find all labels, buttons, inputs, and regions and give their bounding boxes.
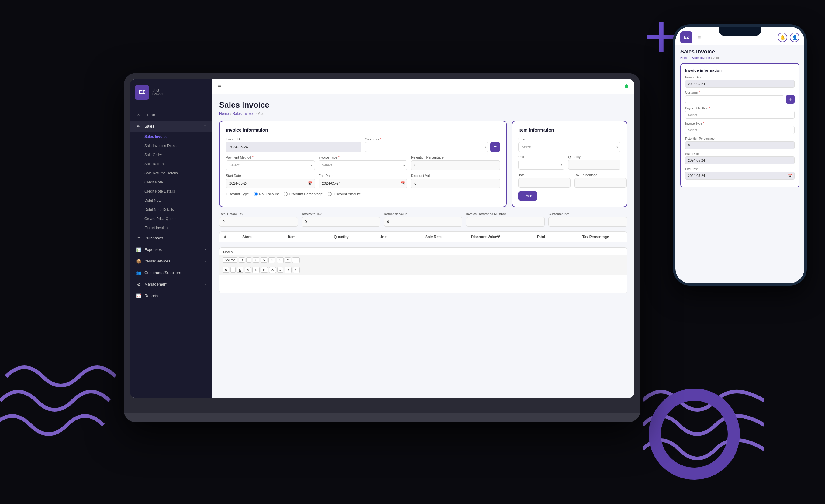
sidebar-item-purchases[interactable]: ≡ Purchases › [130,232,212,244]
phone-start-date-field: Start Date [685,152,795,164]
discount-percentage-option[interactable]: Discount Percentage [284,192,322,196]
quantity-input[interactable] [568,160,620,170]
editor-toolbar-2: B I U S x₂ x² ✕ ≡ ⇥ ⇤ [219,265,627,275]
sidebar-item-sale-order[interactable]: Sale Order [130,150,212,160]
phone-invoice-date-input[interactable] [685,80,795,88]
expenses-arrow-icon: › [205,248,206,251]
phone-invoice-date-label: Invoice Date [685,76,795,79]
sidebar-item-customers-suppliers[interactable]: 👥 Customers/Suppliers › [130,267,212,278]
total-before-tax-label: Total Before Tax [219,212,298,216]
phone-hamburger-icon[interactable]: ≡ [698,34,701,40]
tax-percentage-input[interactable] [574,178,626,188]
editor-btn-italic[interactable]: I [230,267,236,272]
editor-btn-indent[interactable]: ⇥ [285,267,292,273]
phone-user-icon[interactable]: 👤 [790,32,800,42]
sidebar-item-reports[interactable]: 📈 Reports › [130,290,212,302]
phone-end-date-input[interactable] [685,172,795,179]
sidebar-item-sale-returns[interactable]: Sale Returns [130,160,212,169]
discount-type-label: Discount Type [226,192,249,196]
sidebar-item-expenses[interactable]: 📊 Expenses › [130,244,212,255]
source-button[interactable]: Source [223,257,237,263]
editor-btn-outdent[interactable]: ⇤ [293,267,300,273]
retention-value-input[interactable] [384,217,463,227]
phone-customer-select[interactable] [685,95,784,103]
discount-value-input[interactable] [411,179,500,188]
editor-btn-align[interactable]: ≡ [277,267,283,272]
phone-retention-input[interactable] [685,141,795,149]
breadcrumb-home[interactable]: Home [219,111,229,116]
invoice-type-select[interactable]: Select [318,160,407,170]
editor-btn-s[interactable]: S [260,257,267,263]
sidebar-item-items-services[interactable]: 📦 Items/Services › [130,255,212,267]
tax-percentage-field: Tax Percentage [574,173,626,188]
add-customer-button[interactable]: + [490,142,500,152]
sales-icon: ✏ [136,123,141,129]
editor-btn-i[interactable]: I [246,257,251,263]
unit-label: Unit [518,155,565,159]
sidebar-item-debit-note-details[interactable]: Debit Note Details [130,205,212,214]
phone-invoice-type-select[interactable]: Select [685,126,795,134]
discount-amount-radio[interactable] [328,192,332,196]
main-content: ≡ Sales Invoice Home › Sales Invoice › A… [212,79,634,398]
topbar: ≡ [212,79,634,94]
page-area: Sales Invoice Home › Sales Invoice › Add… [212,94,634,398]
sidebar-item-sales[interactable]: ✏ Sales ▾ [130,120,212,132]
tax-percentage-label: Tax Percentage [574,173,626,177]
editor-btn-u[interactable]: U [252,257,259,263]
invoice-info-title: Invoice information [226,127,500,133]
sidebar-item-home[interactable]: ⌂ Home [130,109,212,120]
add-item-button[interactable]: ↓ Add [518,191,537,200]
phone-payment-method-select[interactable]: Select [685,111,795,119]
discount-value-label: Discount Value [411,174,500,177]
editor-btn-redo[interactable]: ↪ [277,257,284,263]
phone-start-date-input[interactable] [685,157,795,164]
store-select[interactable]: Select [518,142,620,152]
retention-percentage-input[interactable] [411,160,500,170]
total-with-tax-input[interactable] [302,217,380,227]
start-date-field: Start Date 📅 [226,174,315,188]
editor-btn-b[interactable]: B [239,257,245,263]
no-discount-radio[interactable] [254,192,258,196]
editor-btn-clear[interactable]: ✕ [269,267,276,273]
phone-card-title: Invoice information [685,68,795,73]
sidebar-item-credit-note-details[interactable]: Credit Note Details [130,187,212,196]
col-discount: Discount Value% [471,235,530,239]
sidebar-item-debit-note[interactable]: Debit Note [130,196,212,205]
sidebar-item-sale-invoices-details[interactable]: Sale Invoices Details [130,141,212,150]
editor-btn-bold-b[interactable]: B [223,267,229,272]
invoice-date-input[interactable] [226,142,361,152]
sidebar-item-export-invoices[interactable]: Export Invoices [130,223,212,232]
editor-btn-underline[interactable]: U [237,267,243,272]
editor-btn-strike[interactable]: S [245,267,251,272]
editor-btn-more[interactable]: ⋯ [292,257,300,263]
no-discount-option[interactable]: No Discount [254,192,279,196]
sidebar-item-sales-invoice[interactable]: Sales Invoice [130,132,212,141]
editor-btn-undo[interactable]: ↩ [269,257,276,263]
discount-value-field: Discount Value [411,174,500,188]
start-date-input[interactable] [226,179,315,188]
discount-amount-option[interactable]: Discount Amount [328,192,361,196]
editor-btn-subscript[interactable]: x₂ [252,267,259,273]
sidebar-item-management[interactable]: ⚙ Management › [130,278,212,290]
payment-method-select[interactable]: Select [226,160,315,170]
total-input[interactable] [518,178,571,188]
unit-select[interactable] [518,160,565,170]
discount-percentage-radio[interactable] [284,192,288,196]
management-icon: ⚙ [136,282,141,287]
end-date-input[interactable] [318,179,407,188]
total-before-tax-input[interactable] [219,217,298,227]
sidebar-item-create-price-quote[interactable]: Create Price Quote [130,214,212,223]
breadcrumb: Home › Sales Invoice › Add [219,111,627,116]
invoice-reference-input[interactable] [466,217,545,227]
editor-btn-superscript[interactable]: x² [261,267,268,272]
sidebar-item-sale-returns-details[interactable]: Sale Returns Details [130,169,212,178]
hamburger-icon[interactable]: ≡ [218,83,221,90]
phone-notification-icon[interactable]: 🔔 [777,32,787,42]
phone-add-customer-button[interactable]: + [786,95,795,104]
customer-info-input[interactable] [548,217,627,227]
sidebar-item-credit-note[interactable]: Credit Note [130,178,212,187]
customer-select[interactable] [365,142,489,152]
editor-btn-bold2[interactable]: ≡ [285,257,291,263]
breadcrumb-sales-invoice[interactable]: Sales Invoice [233,111,254,116]
notes-editor-area[interactable] [219,275,627,293]
